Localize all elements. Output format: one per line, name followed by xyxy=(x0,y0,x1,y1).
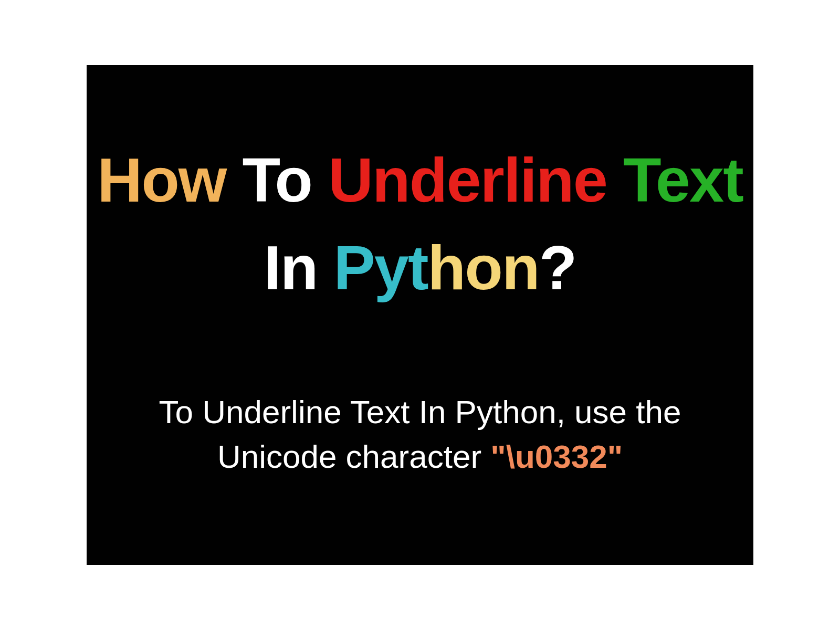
subtitle-line-2: Unicode character "\u0332" xyxy=(159,434,681,479)
title-word-python-part-a: Pyt xyxy=(333,233,427,302)
title-word-underline: Underline xyxy=(328,145,607,215)
title-word-in: In xyxy=(264,233,318,302)
title-word-text: Text xyxy=(623,145,743,215)
title-line-1: How To Underline Text xyxy=(97,143,743,218)
title-line-2: In Python? xyxy=(97,230,743,306)
title-word-python-part-b: hon xyxy=(428,233,539,302)
subtitle-unicode-code: "\u0332" xyxy=(490,438,623,475)
slide-title: How To Underline Text In Python? xyxy=(97,143,743,306)
title-word-how: How xyxy=(97,145,226,215)
title-word-python: Python xyxy=(333,233,539,302)
title-question-mark: ? xyxy=(539,233,576,302)
title-word-to: To xyxy=(242,145,312,215)
slide-subtitle: To Underline Text In Python, use the Uni… xyxy=(159,390,681,479)
subtitle-line-2-prefix: Unicode character xyxy=(217,438,490,475)
slide-card: How To Underline Text In Python? To Unde… xyxy=(87,65,753,565)
subtitle-line-1: To Underline Text In Python, use the xyxy=(159,390,681,435)
